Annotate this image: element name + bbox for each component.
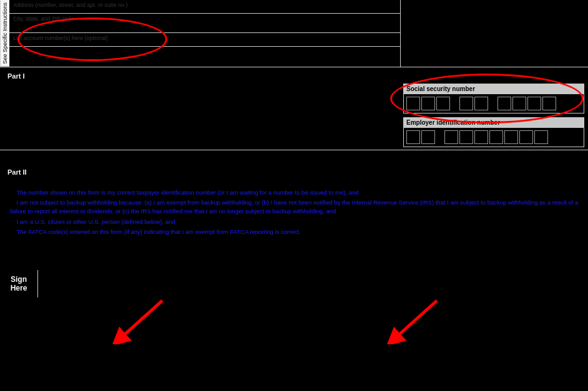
part-2-header: Part II Certification (4, 167, 584, 177)
ssn-cell-7[interactable]: 7 (512, 97, 526, 110)
ein-label: Employer identification number (404, 118, 584, 128)
account-row: List account number(s) here (optional) (9, 33, 400, 47)
note-bold: Note. (4, 153, 19, 160)
part-1-title: Taxpayer Identification Number (TIN) (34, 71, 186, 81)
cert-instructions-text: You must cross out item 2 above if you h… (7, 239, 576, 263)
account-label: List account number(s) here (optional) (13, 35, 396, 41)
ssn-label: Social security number (404, 84, 584, 94)
cert-item-4: 4. The FATCA code(s) entered on this for… (10, 228, 584, 236)
part-1-desc-text: Enter your TIN in the appropriate box. T… (4, 84, 397, 108)
sign-date-field[interactable]: Date ▶ (463, 278, 588, 290)
sign-signature-field[interactable]: Signature of U.S. person ▶ (38, 275, 463, 292)
ein-fields: – (404, 128, 584, 147)
address-row: Address (number, street, and apt. or sui… (9, 0, 400, 14)
ssn-cell-2[interactable]: 2 (421, 97, 435, 110)
city-row: City, state, and ZIP code New York, NY (9, 14, 400, 33)
note-section: Note. Note. If the account is in more th… (0, 150, 588, 163)
ssn-cell-4[interactable]: 4 (459, 97, 473, 110)
cert-item-1-text: The number shown on this form is my corr… (16, 189, 358, 196)
ssn-cell-6[interactable]: 6 (497, 97, 511, 110)
ein-cell-1[interactable] (406, 130, 420, 144)
part-1-badge: Part I (4, 71, 29, 81)
ssn-box: Social security number 1 2 3 – 4 5 – 6 7… (403, 84, 584, 113)
ein-box: Employer identification number – (403, 117, 584, 147)
date-label: Date ▶ (468, 281, 488, 287)
ein-cell-9[interactable] (534, 130, 548, 144)
part-1-description: Enter your TIN in the appropriate box. T… (4, 84, 398, 147)
ein-cell-7[interactable] (504, 130, 518, 144)
requester-box: Requester's name and address (optional) (401, 0, 588, 67)
address-label: Address (number, street, and apt. or sui… (13, 2, 396, 8)
cert-item-3: 3. I am a U.S. citizen or other U.S. per… (10, 218, 584, 226)
cert-item-2-text: I am not subject to backup withholding b… (10, 199, 578, 215)
ein-dash: – (436, 132, 443, 142)
sign-label: Sign Here (0, 270, 37, 297)
sign-fields: Signature of U.S. person ▶ Date ▶ (37, 270, 588, 297)
ein-cell-2[interactable] (421, 130, 435, 144)
see-specific-text: See Specific Instructions (0, 0, 9, 67)
ssn-fields: 1 2 3 – 4 5 – 6 7 8 9 (404, 94, 584, 113)
address-fields: Address (number, street, and apt. or sui… (9, 0, 401, 67)
cert-intro: Under penalties of perjury, I certify th… (4, 180, 584, 186)
svg-line-3 (393, 301, 437, 340)
note-text: Note. If the account is in more than one… (20, 153, 315, 160)
signature-label: Signature of (43, 278, 458, 284)
cert-item-4-text: The FATCA code(s) entered on this form (… (16, 228, 300, 235)
cert-item-3-text: I am a U.S. citizen or other U.S. person… (17, 218, 175, 225)
cert-instructions-label: Certification instructions. (7, 239, 79, 246)
ein-cell-4[interactable] (459, 130, 473, 144)
ssn-cell-8[interactable]: 8 (527, 97, 541, 110)
cert-item-1: 1. The number shown on this form is my c… (10, 188, 584, 197)
ssn-cell-5[interactable]: 5 (474, 97, 488, 110)
ein-cell-5[interactable] (474, 130, 488, 144)
top-section: See Specific Instructions Address (numbe… (0, 0, 588, 67)
ssn-ein-area: Social security number 1 2 3 – 4 5 – 6 7… (403, 84, 584, 147)
part-2-title: Certification (36, 167, 87, 177)
arrow-right-svg (375, 297, 449, 344)
ein-cell-6[interactable] (489, 130, 503, 144)
ssn-cell-1[interactable]: 1 (406, 97, 420, 110)
sign-label-line2: Here (11, 284, 27, 292)
ein-cell-3[interactable] (444, 130, 458, 144)
ssn-dash-1: – (451, 99, 458, 108)
ein-cell-8[interactable] (519, 130, 533, 144)
ssn-cell-9[interactable]: 9 (542, 97, 556, 110)
part-1-section: Part I Taxpayer Identification Number (T… (0, 67, 588, 150)
us-person-label: U.S. person ▶ (43, 284, 458, 290)
city-label: City, state, and ZIP code (13, 16, 396, 22)
bottom-black-bar (0, 297, 588, 350)
certification-list: 1. The number shown on this form is my c… (4, 188, 584, 236)
part-2-section: Part II Certification Under penalties of… (0, 163, 588, 266)
part-1-header: Part I Taxpayer Identification Number (T… (4, 71, 584, 81)
sign-label-line1: Sign (11, 275, 27, 284)
ssn-cell-3[interactable]: 3 (436, 97, 450, 110)
part-2-badge: Part II (4, 167, 31, 177)
sign-section: Sign Here Signature of U.S. person ▶ Dat… (0, 269, 588, 297)
city-value: New York, NY (13, 22, 396, 31)
requester-label: Requester's name and address (optional) (404, 2, 507, 8)
arrow-left-svg (100, 297, 175, 344)
cert-item-2: 2. I am not subject to backup withholdin… (10, 198, 584, 216)
ssn-dash-2: – (489, 99, 496, 108)
cert-instructions: Certification instructions. You must cro… (4, 239, 584, 264)
svg-line-1 (119, 301, 162, 340)
part-1-content: Enter your TIN in the appropriate box. T… (4, 84, 584, 147)
